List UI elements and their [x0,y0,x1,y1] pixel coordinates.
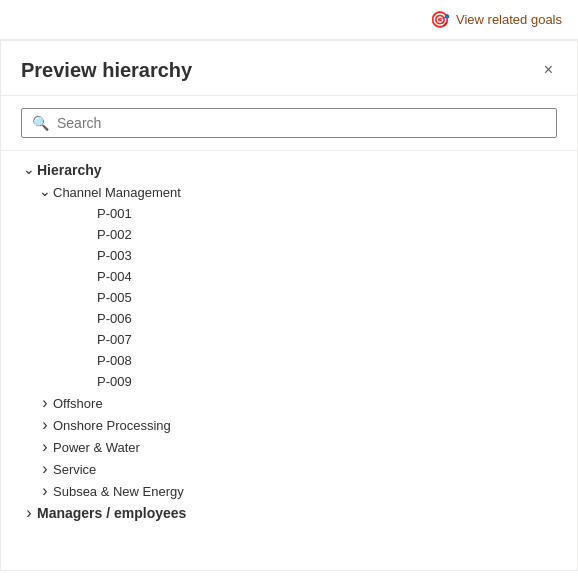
tree-item-service[interactable]: Service [1,458,577,480]
search-container: 🔍 [1,96,577,151]
tree-item-label-p003: P-003 [97,248,132,263]
chevron-right-icon [37,417,53,433]
tree-item-label-p009: P-009 [97,374,132,389]
tree-item-p001[interactable]: P-001 [1,203,577,224]
view-related-goals-link[interactable]: 🎯 View related goals [430,10,562,29]
chevron-down-icon [21,162,37,178]
tree-item-label-p002: P-002 [97,227,132,242]
tree-item-label-p006: P-006 [97,311,132,326]
tree-item-p009[interactable]: P-009 [1,371,577,392]
tree-item-onshore-processing[interactable]: Onshore Processing [1,414,577,436]
tree-item-managers-employees[interactable]: Managers / employees [1,502,577,524]
tree-item-label-offshore: Offshore [53,396,103,411]
tree-item-power-water[interactable]: Power & Water [1,436,577,458]
tree-item-offshore[interactable]: Offshore [1,392,577,414]
goal-icon: 🎯 [430,10,450,29]
chevron-right-icon [21,505,37,521]
top-bar: 🎯 View related goals [0,0,578,40]
tree-item-label-service: Service [53,462,96,477]
tree-item-label-p007: P-007 [97,332,132,347]
tree-item-label-p001: P-001 [97,206,132,221]
view-related-goals-label: View related goals [456,12,562,27]
tree-container: HierarchyChannel ManagementP-001P-002P-0… [1,151,577,532]
tree-item-label-hierarchy: Hierarchy [37,162,102,178]
tree-item-p003[interactable]: P-003 [1,245,577,266]
tree-item-channel-management[interactable]: Channel Management [1,181,577,203]
close-button[interactable]: × [540,57,557,83]
chevron-right-icon [37,483,53,499]
chevron-right-icon [37,461,53,477]
chevron-right-icon [37,439,53,455]
tree-item-label-power-water: Power & Water [53,440,140,455]
search-icon: 🔍 [32,115,49,131]
panel-header: Preview hierarchy × [1,41,577,96]
preview-hierarchy-panel: Preview hierarchy × 🔍 HierarchyChannel M… [0,40,578,571]
tree-item-label-subsea: Subsea & New Energy [53,484,184,499]
tree-item-p007[interactable]: P-007 [1,329,577,350]
tree-item-p005[interactable]: P-005 [1,287,577,308]
tree-item-p008[interactable]: P-008 [1,350,577,371]
tree-item-label-onshore-processing: Onshore Processing [53,418,171,433]
tree-item-label-managers-employees: Managers / employees [37,505,186,521]
chevron-down-icon [37,184,53,200]
tree-item-hierarchy[interactable]: Hierarchy [1,159,577,181]
tree-item-subsea[interactable]: Subsea & New Energy [1,480,577,502]
tree-item-p002[interactable]: P-002 [1,224,577,245]
chevron-right-icon [37,395,53,411]
tree-item-p004[interactable]: P-004 [1,266,577,287]
tree-item-label-channel-management: Channel Management [53,185,181,200]
search-input[interactable] [57,115,546,131]
tree-item-label-p004: P-004 [97,269,132,284]
tree-item-label-p008: P-008 [97,353,132,368]
tree-item-p006[interactable]: P-006 [1,308,577,329]
tree-item-label-p005: P-005 [97,290,132,305]
search-box: 🔍 [21,108,557,138]
panel-title: Preview hierarchy [21,59,192,82]
